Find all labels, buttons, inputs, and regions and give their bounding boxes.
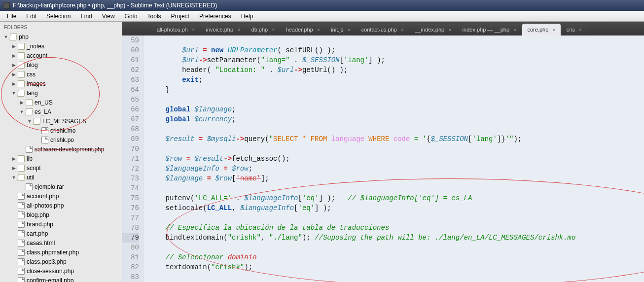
close-icon[interactable]: × — [579, 27, 582, 33]
tree-item[interactable]: ▶_notes — [1, 41, 121, 51]
code-line[interactable] — [149, 183, 644, 193]
tree-item[interactable]: casas.html — [1, 238, 121, 247]
menu-file[interactable]: File — [2, 12, 21, 21]
tab[interactable]: core.php× — [522, 24, 560, 35]
tree-item[interactable]: close-session.php — [1, 266, 121, 276]
code-line[interactable]: putenv('LC_ALL=' . $languageInfo['eq'] )… — [149, 193, 644, 203]
twisty-icon[interactable] — [19, 184, 25, 190]
twisty-icon[interactable]: ▶ — [11, 165, 17, 171]
code-line[interactable]: // Seleccionar dominio — [149, 252, 644, 262]
twisty-icon[interactable]: ▶ — [11, 71, 17, 77]
close-icon[interactable]: × — [347, 27, 350, 33]
menu-selection[interactable]: Selection — [41, 12, 75, 21]
code-line[interactable] — [149, 124, 644, 134]
menu-edit[interactable]: Edit — [21, 12, 41, 21]
twisty-icon[interactable] — [11, 240, 17, 246]
close-icon[interactable]: × — [401, 27, 404, 33]
twisty-icon[interactable] — [11, 268, 17, 274]
code-line[interactable]: // Especifica la ubicación de la tabla d… — [149, 223, 644, 233]
tree-item[interactable]: ▶images — [1, 79, 121, 88]
tree-item[interactable]: ▶script — [1, 163, 121, 173]
code-line[interactable]: } — [149, 85, 644, 95]
close-icon[interactable]: × — [237, 27, 240, 33]
twisty-icon[interactable] — [11, 221, 17, 227]
tree-item[interactable]: ejemplo.rar — [1, 182, 121, 191]
tree-item[interactable]: ▼php — [1, 32, 121, 41]
close-icon[interactable]: × — [317, 27, 320, 33]
tree-item[interactable]: class.phpmailer.php — [1, 247, 121, 257]
tree-item[interactable]: cart.php — [1, 229, 121, 238]
tree-item[interactable]: ▼util — [1, 173, 121, 182]
tree-item[interactable]: ▶blog — [1, 60, 121, 70]
twisty-icon[interactable] — [11, 203, 17, 209]
code-line[interactable]: $row = $result->fetch_assoc(); — [149, 154, 644, 164]
close-icon[interactable]: × — [448, 27, 451, 33]
code-line[interactable]: $languageInfo = $row; — [149, 164, 644, 174]
code-line[interactable]: global $currency; — [149, 114, 644, 124]
twisty-icon[interactable]: ▼ — [11, 175, 17, 180]
twisty-icon[interactable]: ▶ — [11, 43, 17, 49]
close-icon[interactable]: × — [272, 27, 275, 33]
twisty-icon[interactable]: ▶ — [11, 81, 17, 87]
twisty-icon[interactable] — [11, 193, 17, 199]
tree-item[interactable]: ▼LC_MESSAGES — [1, 116, 121, 126]
twisty-icon[interactable]: ▼ — [27, 118, 33, 124]
twisty-icon[interactable]: ▼ — [11, 90, 17, 96]
tree-item[interactable]: ▶account — [1, 51, 121, 60]
tree-item[interactable]: ▶lib — [1, 154, 121, 163]
code-line[interactable] — [149, 213, 644, 223]
twisty-icon[interactable] — [11, 259, 17, 265]
twisty-icon[interactable]: ▼ — [19, 109, 25, 115]
tree-item[interactable]: ▶en_US — [1, 98, 121, 107]
tree-item[interactable]: confirm-email.php — [1, 276, 121, 282]
tab[interactable]: contact-us.php× — [357, 24, 409, 35]
twisty-icon[interactable]: ▶ — [11, 62, 17, 68]
menu-find[interactable]: Find — [75, 12, 97, 21]
twisty-icon[interactable] — [35, 137, 40, 143]
tree-item[interactable]: ▼es_LA — [1, 107, 121, 116]
close-icon[interactable]: × — [192, 27, 195, 33]
tab[interactable]: invoice.php× — [201, 24, 245, 35]
twisty-icon[interactable]: ▼ — [3, 34, 9, 40]
tab[interactable]: cris× — [562, 24, 587, 35]
twisty-icon[interactable] — [11, 278, 17, 282]
menu-view[interactable]: View — [97, 12, 120, 21]
tree-item[interactable]: all-photos.php — [1, 201, 121, 210]
twisty-icon[interactable] — [19, 146, 25, 152]
twisty-icon[interactable] — [11, 212, 17, 218]
twisty-icon[interactable]: ▶ — [11, 156, 17, 162]
code-line[interactable] — [149, 35, 644, 45]
twisty-icon[interactable] — [11, 231, 17, 237]
close-icon[interactable]: × — [552, 27, 555, 33]
code-line[interactable]: setlocale(LC_ALL, $languageInfo['eq'] ); — [149, 203, 644, 213]
code-line[interactable]: global $language; — [149, 105, 644, 114]
tab[interactable]: init.js× — [326, 24, 356, 35]
tab[interactable]: db.php× — [247, 24, 280, 35]
tree-item[interactable]: software-development.php — [1, 144, 121, 154]
menu-help[interactable]: Help — [236, 12, 258, 21]
menu-preferences[interactable]: Preferences — [194, 12, 236, 21]
tree-item[interactable]: class.pop3.php — [1, 257, 121, 266]
tree-item[interactable]: ▶css — [1, 70, 121, 79]
tab[interactable]: index.php — __php× — [458, 24, 522, 35]
tab[interactable]: __index.php× — [410, 24, 456, 35]
tree-item[interactable]: account.php — [1, 191, 121, 201]
menu-project[interactable]: Project — [166, 12, 194, 21]
code-line[interactable] — [149, 144, 644, 154]
code-content[interactable]: $url = new URLParameter( selfURL() ); $u… — [144, 35, 644, 282]
tree-item[interactable]: blog.php — [1, 210, 121, 219]
twisty-icon[interactable] — [11, 249, 17, 255]
code-line[interactable]: $url->setParameter("lang=" . $_SESSION['… — [149, 55, 644, 65]
tab[interactable]: all-photos.ph× — [152, 24, 200, 35]
code-area[interactable]: 5960616263646566676869707172737475767778… — [122, 35, 644, 282]
code-line[interactable]: $url = new URLParameter( selfURL() ); — [149, 45, 644, 55]
tree-item[interactable]: crishk.po — [1, 135, 121, 144]
code-line[interactable] — [149, 243, 644, 252]
tree-item[interactable]: ▼lang — [1, 88, 121, 98]
code-line[interactable]: $language = $row['name']; — [149, 174, 644, 183]
code-line[interactable]: exit; — [149, 75, 644, 85]
twisty-icon[interactable]: ▶ — [19, 100, 25, 106]
code-line[interactable] — [149, 272, 644, 282]
twisty-icon[interactable]: ▶ — [11, 53, 17, 59]
code-line[interactable]: $result = $mysqli->query("SELECT * FROM … — [149, 134, 644, 144]
